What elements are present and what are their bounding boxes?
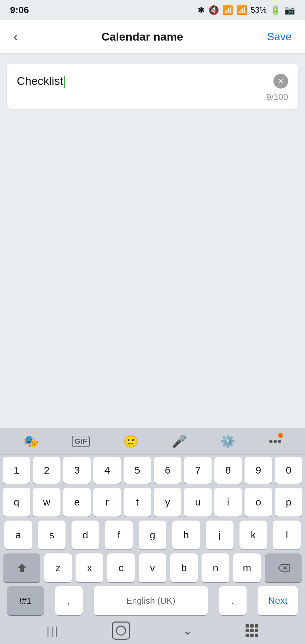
save-button[interactable]: Save bbox=[264, 27, 295, 46]
calendar-name-input[interactable]: Checklist bbox=[17, 74, 273, 88]
backspace-icon bbox=[276, 563, 290, 573]
key-n[interactable]: n bbox=[202, 553, 229, 582]
symbols-key[interactable]: !#1 bbox=[7, 586, 44, 615]
empty-space bbox=[7, 116, 298, 317]
key-v[interactable]: v bbox=[139, 553, 166, 582]
svg-marker-0 bbox=[17, 564, 26, 572]
key-c[interactable]: c bbox=[107, 553, 135, 582]
key-l[interactable]: l bbox=[273, 521, 301, 549]
mute-icon: 🔇 bbox=[208, 5, 219, 15]
number-row: 1 2 3 4 5 6 7 8 9 0 bbox=[0, 455, 305, 486]
key-6[interactable]: 6 bbox=[154, 457, 181, 484]
main-content: Checklist 9/100 bbox=[0, 54, 305, 327]
camera-icon: 📷 bbox=[284, 5, 295, 15]
key-j[interactable]: j bbox=[206, 521, 233, 549]
key-z[interactable]: z bbox=[44, 553, 72, 582]
collapse-keyboard-button[interactable]: ⌄ bbox=[183, 624, 193, 638]
bluetooth-icon: ✱ bbox=[198, 5, 205, 15]
key-0[interactable]: 0 bbox=[275, 457, 302, 484]
notification-dot bbox=[278, 433, 283, 438]
comma-key[interactable]: , bbox=[55, 586, 83, 615]
wifi-icon: 📶 bbox=[222, 5, 233, 15]
keyboard-toolbar: 🎭 GIF 🙂 🎤 ⚙️ ••• bbox=[0, 428, 305, 455]
next-key[interactable]: Next bbox=[258, 586, 298, 615]
key-p[interactable]: p bbox=[275, 488, 302, 517]
signal-icon: 📶 bbox=[236, 5, 247, 15]
clear-button[interactable] bbox=[273, 74, 288, 89]
input-text: Checklist bbox=[17, 74, 63, 87]
key-s[interactable]: s bbox=[38, 521, 66, 549]
sticker-button[interactable]: 🎭 bbox=[24, 434, 39, 448]
home-nav-button[interactable] bbox=[112, 622, 130, 640]
page-title: Calendar name bbox=[101, 30, 183, 43]
bottom-row: !#1 , English (UK) . Next bbox=[0, 584, 305, 617]
char-count: 9/100 bbox=[17, 92, 288, 102]
key-9[interactable]: 9 bbox=[245, 457, 272, 484]
emoji-icon: 🙂 bbox=[123, 434, 138, 448]
key-2[interactable]: 2 bbox=[33, 457, 60, 484]
key-u[interactable]: u bbox=[184, 488, 212, 517]
key-y[interactable]: y bbox=[154, 488, 181, 517]
back-button[interactable]: ‹ bbox=[10, 26, 21, 47]
key-k[interactable]: k bbox=[239, 521, 267, 549]
key-f[interactable]: f bbox=[105, 521, 133, 549]
input-row: Checklist bbox=[17, 74, 288, 89]
key-a[interactable]: a bbox=[4, 521, 32, 549]
microphone-button[interactable]: 🎤 bbox=[172, 434, 187, 448]
battery-icon: 🔋 bbox=[270, 5, 281, 15]
bottom-navigation-bar: ||| ⌄ bbox=[0, 617, 305, 644]
key-1[interactable]: 1 bbox=[3, 457, 30, 484]
key-w[interactable]: w bbox=[33, 488, 60, 517]
settings-button[interactable]: ⚙️ bbox=[220, 434, 235, 448]
zxcv-row: z x c v b n m bbox=[0, 551, 305, 584]
gif-icon: GIF bbox=[72, 436, 90, 447]
backspace-key[interactable] bbox=[265, 553, 302, 582]
status-bar: 9:06 ✱ 🔇 📶 📶 53% 🔋 📷 bbox=[0, 0, 305, 20]
back-nav-button[interactable]: ||| bbox=[47, 625, 59, 637]
key-q[interactable]: q bbox=[3, 488, 30, 517]
status-time: 9:06 bbox=[10, 5, 29, 15]
key-b[interactable]: b bbox=[170, 553, 198, 582]
input-container: Checklist 9/100 bbox=[7, 64, 298, 109]
key-e[interactable]: e bbox=[63, 488, 91, 517]
nav-header: ‹ Calendar name Save bbox=[0, 20, 305, 54]
shift-icon bbox=[16, 562, 28, 574]
key-5[interactable]: 5 bbox=[124, 457, 151, 484]
gif-button[interactable]: GIF bbox=[72, 436, 90, 447]
key-x[interactable]: x bbox=[76, 553, 103, 582]
key-g[interactable]: g bbox=[139, 521, 166, 549]
shift-key[interactable] bbox=[3, 553, 40, 582]
key-i[interactable]: i bbox=[214, 488, 242, 517]
key-r[interactable]: r bbox=[93, 488, 121, 517]
space-key[interactable]: English (UK) bbox=[94, 586, 208, 615]
qwerty-row: q w e r t y u i o p bbox=[0, 486, 305, 519]
keyboard: 🎭 GIF 🙂 🎤 ⚙️ ••• 1 2 3 4 5 6 7 8 9 0 q bbox=[0, 428, 305, 644]
key-o[interactable]: o bbox=[245, 488, 272, 517]
key-h[interactable]: h bbox=[172, 521, 200, 549]
key-8[interactable]: 8 bbox=[214, 457, 242, 484]
settings-icon: ⚙️ bbox=[220, 434, 235, 448]
key-m[interactable]: m bbox=[233, 553, 261, 582]
text-cursor bbox=[64, 76, 65, 88]
key-7[interactable]: 7 bbox=[184, 457, 212, 484]
status-icons: ✱ 🔇 📶 📶 53% 🔋 📷 bbox=[198, 5, 295, 15]
sticker-icon: 🎭 bbox=[24, 434, 39, 448]
asdf-row: a s d f g h j k l bbox=[0, 519, 305, 551]
key-d[interactable]: d bbox=[72, 521, 99, 549]
microphone-icon: 🎤 bbox=[172, 434, 187, 448]
more-button[interactable]: ••• bbox=[269, 434, 281, 448]
period-key[interactable]: . bbox=[219, 586, 247, 615]
key-4[interactable]: 4 bbox=[93, 457, 121, 484]
emoji-button[interactable]: 🙂 bbox=[123, 434, 138, 448]
battery-indicator: 53% bbox=[251, 5, 267, 15]
key-3[interactable]: 3 bbox=[63, 457, 91, 484]
key-t[interactable]: t bbox=[124, 488, 151, 517]
keyboard-switcher-button[interactable] bbox=[246, 624, 258, 637]
